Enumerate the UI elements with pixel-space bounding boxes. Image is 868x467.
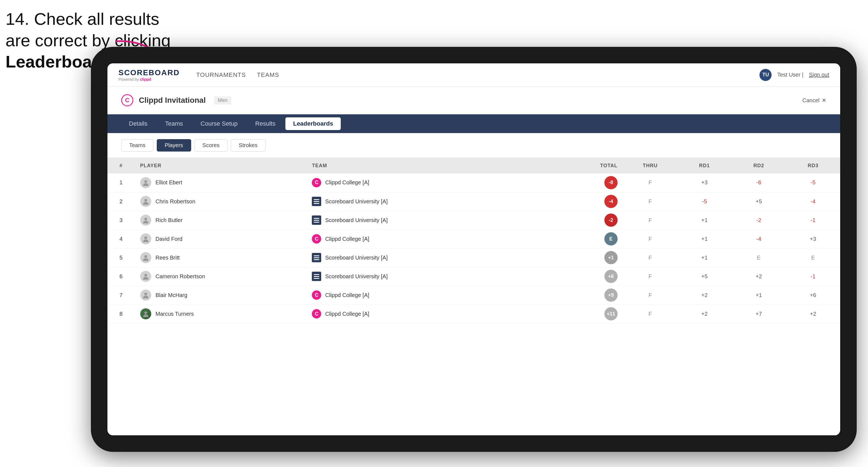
logo-subtitle: Powered by clippd [119, 77, 180, 82]
row-rd3: E [786, 248, 840, 267]
col-header-num: # [107, 158, 135, 173]
row-team: C Clippd College [A] [306, 173, 560, 192]
row-thru: F [623, 229, 677, 248]
player-avatar [140, 177, 151, 188]
row-thru: F [623, 286, 677, 305]
row-position: 2 [107, 192, 135, 211]
col-header-rd1: RD1 [677, 158, 732, 173]
row-total: +11 [560, 305, 623, 323]
score-badge: +9 [604, 288, 618, 302]
team-name: Clippd College [A] [325, 311, 369, 317]
row-team: Scoreboard University [A] [306, 267, 560, 286]
row-player: Rees Britt [135, 248, 307, 267]
row-team: Scoreboard University [A] [306, 192, 560, 211]
row-thru: F [623, 248, 677, 267]
nav-right: TU Test User | Sign out [760, 69, 829, 81]
row-team: C Clippd College [A] [306, 286, 560, 305]
filter-players-button[interactable]: Players [157, 139, 191, 152]
page-content: C Clippd Invitational Men Cancel ✕ Detai… [107, 87, 840, 435]
col-header-team: TEAM [306, 158, 560, 173]
nav-tournaments[interactable]: TOURNAMENTS [196, 69, 246, 81]
team-logo-sb [312, 215, 321, 225]
row-rd1: +2 [677, 286, 732, 305]
filter-strokes-button[interactable]: Strokes [231, 139, 266, 152]
score-badge: E [604, 232, 618, 246]
table-row: 5 Rees Britt Scoreboard University [A] +… [107, 248, 840, 267]
row-thru: F [623, 173, 677, 192]
row-rd2: -4 [732, 229, 786, 248]
row-thru: F [623, 192, 677, 211]
nav-teams[interactable]: TEAMS [257, 69, 279, 81]
col-header-total: TOTAL [560, 158, 623, 173]
tab-details[interactable]: Details [121, 117, 155, 130]
player-name: Elliot Ebert [156, 179, 182, 186]
player-name: Blair McHarg [156, 292, 188, 299]
tab-teams[interactable]: Teams [157, 117, 191, 130]
row-total: +9 [560, 286, 623, 305]
row-team: C Clippd College [A] [306, 305, 560, 323]
player-avatar [140, 234, 151, 244]
nav-user-label: Test User | [777, 72, 803, 78]
row-rd3: -4 [786, 192, 840, 211]
team-name: Scoreboard University [A] [325, 255, 388, 261]
player-avatar [140, 289, 151, 301]
signout-button[interactable]: Sign out [809, 72, 829, 78]
player-avatar [140, 215, 151, 226]
team-logo-sb [312, 272, 321, 281]
tournament-icon: C [121, 94, 133, 106]
device-frame: SCOREBOARD Powered by clippd TOURNAMENTS… [91, 47, 857, 452]
row-player: Rich Butler [135, 211, 307, 229]
team-logo-c: C [312, 309, 321, 318]
row-total: +1 [560, 248, 623, 267]
player-avatar [140, 252, 151, 263]
row-position: 1 [107, 173, 135, 192]
team-name: Clippd College [A] [325, 236, 369, 242]
table-row: 3 Rich Butler Scoreboard University [A] … [107, 211, 840, 229]
row-position: 5 [107, 248, 135, 267]
svg-point-1 [144, 180, 147, 183]
col-header-player: PLAYER [135, 158, 307, 173]
row-thru: F [623, 305, 677, 323]
cancel-button[interactable]: Cancel ✕ [802, 97, 827, 103]
team-logo-sb [312, 197, 321, 206]
filter-scores-button[interactable]: Scores [194, 139, 227, 152]
row-position: 8 [107, 305, 135, 323]
tab-results[interactable]: Results [248, 117, 283, 130]
leaderboard-table-wrapper: # PLAYER TEAM TOTAL THRU RD1 RD2 RD3 1 [107, 158, 840, 323]
row-total: -2 [560, 211, 623, 229]
top-nav: SCOREBOARD Powered by clippd TOURNAMENTS… [107, 63, 840, 87]
tournament-badge: Men [214, 96, 231, 104]
row-rd3: +6 [786, 286, 840, 305]
filter-teams-button[interactable]: Teams [121, 139, 153, 152]
player-avatar [140, 271, 151, 282]
row-rd2: -6 [732, 173, 786, 192]
user-avatar: TU [760, 69, 772, 81]
row-player: Blair McHarg [135, 286, 307, 305]
score-badge: -4 [604, 195, 618, 208]
player-name: David Ford [156, 236, 183, 242]
row-rd2: E [732, 248, 786, 267]
player-name: Rich Butler [156, 217, 183, 223]
score-badge: +11 [604, 307, 618, 320]
table-row: 7 Blair McHarg C Clippd College [A] +9 F… [107, 286, 840, 305]
row-rd3: -1 [786, 211, 840, 229]
player-name: Rees Britt [156, 255, 180, 261]
row-rd3: +3 [786, 229, 840, 248]
team-logo-c: C [312, 178, 321, 187]
svg-point-8 [144, 311, 147, 314]
table-row: 6 Cameron Robertson Scoreboard Universit… [107, 267, 840, 286]
row-team: C Clippd College [A] [306, 229, 560, 248]
row-rd3: -1 [786, 267, 840, 286]
row-thru: F [623, 211, 677, 229]
team-name: Scoreboard University [A] [325, 217, 388, 223]
leaderboard-table: # PLAYER TEAM TOTAL THRU RD1 RD2 RD3 1 [107, 158, 840, 323]
player-avatar [140, 196, 151, 207]
row-total: -4 [560, 192, 623, 211]
player-name: Marcus Turners [156, 311, 194, 317]
player-avatar [140, 308, 151, 319]
tab-leaderboards[interactable]: Leaderboards [285, 117, 341, 130]
filter-bar: Teams Players Scores Strokes [107, 133, 840, 158]
tab-course-setup[interactable]: Course Setup [193, 117, 245, 130]
svg-point-7 [144, 292, 147, 295]
col-header-thru: THRU [623, 158, 677, 173]
